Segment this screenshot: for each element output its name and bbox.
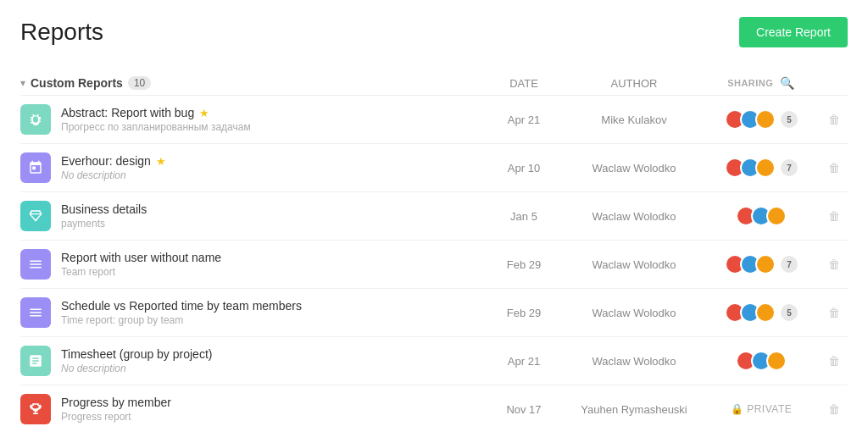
report-row[interactable]: Business detailspaymentsJan 5Waclaw Wolo… bbox=[20, 192, 848, 241]
delete-report-button[interactable]: 🗑 bbox=[825, 254, 843, 274]
sharing-count: 5 bbox=[781, 304, 798, 321]
section-count: 10 bbox=[128, 76, 151, 90]
col-header-date: DATE bbox=[481, 77, 566, 90]
report-text: Everhour: design★No description bbox=[61, 154, 166, 181]
avatar bbox=[755, 302, 776, 323]
delete-report-button[interactable]: 🗑 bbox=[825, 351, 843, 371]
report-author: Waclaw Wolodko bbox=[566, 355, 702, 368]
report-actions: 🗑 bbox=[821, 399, 848, 419]
report-author: Waclaw Wolodko bbox=[566, 210, 702, 223]
report-row[interactable]: Timesheet (group by project)No descripti… bbox=[20, 337, 848, 385]
report-name-text: Everhour: design bbox=[61, 154, 151, 168]
report-sharing bbox=[702, 351, 821, 371]
report-text: Progress by memberProgress report bbox=[61, 396, 171, 423]
delete-report-button[interactable]: 🗑 bbox=[825, 206, 843, 226]
report-sharing: 5 bbox=[702, 109, 821, 130]
lock-icon: 🔒 bbox=[731, 403, 744, 415]
avatars bbox=[725, 302, 776, 323]
delete-report-button[interactable]: 🗑 bbox=[825, 302, 843, 323]
report-info: Report with user without nameTeam report bbox=[20, 249, 481, 280]
report-icon bbox=[20, 394, 51, 424]
avatar bbox=[755, 254, 776, 274]
report-date: Feb 29 bbox=[481, 258, 566, 271]
page-container: Reports Create Report ▾ Custom Reports 1… bbox=[0, 0, 868, 432]
report-text: Business detailspayments bbox=[61, 202, 147, 230]
delete-report-button[interactable]: 🗑 bbox=[825, 399, 843, 419]
report-author: Waclaw Wolodko bbox=[566, 162, 702, 174]
report-name-text: Progress by member bbox=[61, 396, 171, 409]
report-icon bbox=[20, 249, 51, 280]
reports-list: Abstract: Report with bug★Прогресс по за… bbox=[20, 96, 848, 432]
delete-report-button[interactable]: 🗑 bbox=[825, 109, 843, 130]
report-description: Team report bbox=[61, 266, 221, 278]
avatar bbox=[766, 206, 787, 226]
report-date: Jan 5 bbox=[481, 210, 566, 223]
report-row[interactable]: Progress by memberProgress reportNov 17Y… bbox=[20, 385, 848, 432]
sharing-count: 5 bbox=[781, 111, 798, 128]
report-date: Nov 17 bbox=[481, 403, 566, 416]
avatars bbox=[725, 109, 776, 130]
report-author: Waclaw Wolodko bbox=[566, 307, 702, 319]
report-name-text: Abstract: Report with bug bbox=[61, 106, 194, 119]
report-name: Abstract: Report with bug★ bbox=[61, 106, 251, 119]
star-icon[interactable]: ★ bbox=[199, 107, 209, 119]
avatars bbox=[736, 206, 787, 226]
sharing-count: 7 bbox=[781, 159, 798, 176]
col-header-author: AUTHOR bbox=[566, 77, 702, 90]
report-name-text: Report with user without name bbox=[61, 251, 221, 264]
report-info: Progress by memberProgress report bbox=[20, 394, 481, 424]
report-icon bbox=[20, 104, 51, 135]
report-info: Business detailspayments bbox=[20, 201, 481, 231]
report-date: Feb 29 bbox=[481, 307, 566, 319]
section-header: ▾ Custom Reports 10 DATE AUTHOR SHARING … bbox=[20, 68, 848, 96]
report-actions: 🗑 bbox=[821, 302, 848, 323]
report-author: Yauhen Rymasheuski bbox=[566, 403, 702, 416]
report-actions: 🗑 bbox=[821, 158, 848, 178]
report-row[interactable]: Abstract: Report with bug★Прогресс по за… bbox=[20, 96, 848, 144]
report-date: Apr 21 bbox=[481, 355, 566, 368]
avatar bbox=[755, 158, 776, 178]
report-icon bbox=[20, 152, 51, 183]
report-description: Прогресс по запланированным задачам bbox=[61, 121, 251, 133]
report-text: Timesheet (group by project)No descripti… bbox=[61, 347, 212, 374]
report-date: Apr 10 bbox=[481, 162, 566, 174]
report-info: Timesheet (group by project)No descripti… bbox=[20, 346, 481, 376]
report-text: Abstract: Report with bug★Прогресс по за… bbox=[61, 106, 251, 133]
sharing-count: 7 bbox=[781, 256, 798, 273]
report-name: Business details bbox=[61, 202, 147, 216]
avatars bbox=[725, 158, 776, 178]
report-description: Time report: group by team bbox=[61, 314, 302, 326]
report-row[interactable]: Report with user without nameTeam report… bbox=[20, 241, 848, 289]
page-title: Reports bbox=[20, 19, 103, 46]
avatar bbox=[766, 351, 787, 371]
report-description: Progress report bbox=[61, 411, 171, 423]
report-info: Schedule vs Reported time by team member… bbox=[20, 297, 481, 328]
section-left: ▾ Custom Reports 10 bbox=[20, 76, 481, 90]
private-label: PRIVATE bbox=[747, 403, 792, 415]
chevron-icon[interactable]: ▾ bbox=[20, 77, 25, 89]
report-name: Progress by member bbox=[61, 396, 171, 409]
report-sharing: 7 bbox=[702, 158, 821, 178]
star-icon[interactable]: ★ bbox=[156, 155, 166, 168]
report-description: payments bbox=[61, 218, 147, 230]
report-author: Mike Kulakov bbox=[566, 114, 702, 126]
avatars bbox=[736, 351, 787, 371]
report-description: No description bbox=[61, 363, 212, 374]
col-header-sharing: SHARING 🔍 bbox=[702, 76, 821, 90]
report-row[interactable]: Schedule vs Reported time by team member… bbox=[20, 289, 848, 337]
avatar bbox=[755, 109, 776, 130]
report-row[interactable]: Everhour: design★No descriptionApr 10Wac… bbox=[20, 144, 848, 192]
report-info: Everhour: design★No description bbox=[20, 152, 481, 183]
section-title: Custom Reports bbox=[31, 76, 123, 90]
create-report-button[interactable]: Create Report bbox=[739, 17, 848, 47]
report-name: Schedule vs Reported time by team member… bbox=[61, 299, 302, 313]
report-info: Abstract: Report with bug★Прогресс по за… bbox=[20, 104, 481, 135]
report-text: Report with user without nameTeam report bbox=[61, 251, 221, 278]
report-actions: 🗑 bbox=[821, 206, 848, 226]
delete-report-button[interactable]: 🗑 bbox=[825, 158, 843, 178]
report-name-text: Schedule vs Reported time by team member… bbox=[61, 299, 302, 313]
report-description: No description bbox=[61, 169, 166, 181]
search-icon[interactable]: 🔍 bbox=[780, 76, 795, 90]
page-header: Reports Create Report bbox=[20, 17, 848, 47]
report-name: Everhour: design★ bbox=[61, 154, 166, 168]
